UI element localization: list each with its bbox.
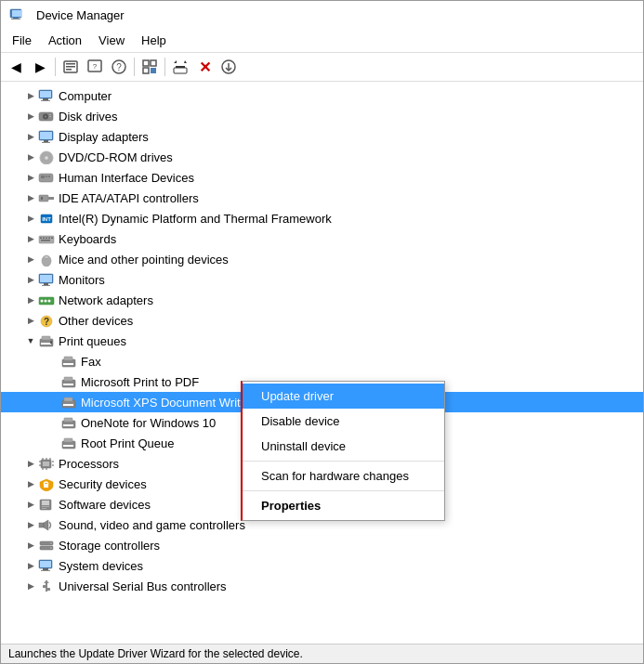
tree-item-other[interactable]: ▶ ? Other devices <box>1 310 643 331</box>
tree-item-disk[interactable]: ▶ Disk drives <box>1 106 643 126</box>
label-hid: Human Interface Devices <box>59 171 194 185</box>
icon-storage <box>38 537 55 553</box>
expand-ide[interactable]: ▶ <box>23 190 38 205</box>
svg-rect-70 <box>63 363 73 365</box>
menu-help[interactable]: Help <box>134 31 174 50</box>
tree-item-display[interactable]: ▶ Display adapters <box>1 126 643 147</box>
properties-button[interactable] <box>59 56 82 78</box>
back-button[interactable]: ◀ <box>5 56 27 78</box>
svg-rect-38 <box>48 176 50 177</box>
svg-point-105 <box>50 547 52 549</box>
tree-item-storage[interactable]: ▶ Storage controllers <box>1 535 643 555</box>
expand-hid[interactable]: ▶ <box>23 170 38 185</box>
svg-rect-49 <box>51 237 53 239</box>
help-button[interactable]: ? <box>108 56 130 78</box>
label-onenote: OneNote for Windows 10 <box>81 416 216 430</box>
expand-software[interactable]: ▶ <box>23 497 38 512</box>
expand-keyboards[interactable]: ▶ <box>23 231 38 246</box>
title-bar-icon <box>8 7 25 23</box>
expand-intel[interactable]: ▶ <box>23 211 38 226</box>
status-bar: Launches the Update Driver Wizard for th… <box>1 644 643 663</box>
svg-rect-36 <box>41 176 45 178</box>
tree-item-mice[interactable]: ▶ Mice and other pointing devices <box>1 249 643 269</box>
expand-network[interactable]: ▶ <box>23 293 38 307</box>
expand-monitors[interactable]: ▶ <box>23 272 38 287</box>
tree-container[interactable]: ▶ Computer ▶ Disk drives ▶ Display adapt… <box>1 82 643 644</box>
context-menu-properties[interactable]: Properties <box>243 493 444 518</box>
tree-item-keyboards[interactable]: ▶ Keyboards <box>1 228 643 249</box>
separator2 <box>134 58 135 76</box>
expand-sound[interactable]: ▶ <box>23 517 38 532</box>
svg-rect-31 <box>42 142 50 143</box>
label-ide: IDE ATA/ATAPI controllers <box>59 191 199 205</box>
context-menu-update-driver[interactable]: Update driver <box>243 384 444 409</box>
forward-button[interactable]: ▶ <box>29 56 51 78</box>
context-separator-2 <box>243 490 444 491</box>
update-driver-toolbar[interactable]: ? <box>84 56 106 78</box>
menu-view[interactable]: View <box>91 31 132 50</box>
tree-item-intel[interactable]: ▶ INT Intel(R) Dynamic Platform and Ther… <box>1 208 643 228</box>
tree-item-printqueues[interactable]: ▼ Print queues <box>1 331 643 351</box>
label-system: System devices <box>59 559 143 573</box>
expand-processors[interactable]: ▶ <box>23 456 38 471</box>
show-button[interactable] <box>138 56 161 78</box>
svg-rect-100 <box>39 523 44 527</box>
tree-item-monitors[interactable]: ▶ Monitors <box>1 269 643 290</box>
tree-item-system[interactable]: ▶ System devices <box>1 555 643 576</box>
expand-system[interactable]: ▶ <box>23 558 38 573</box>
svg-rect-55 <box>40 275 52 282</box>
expand-other[interactable]: ▶ <box>23 313 38 328</box>
icon-dvd <box>38 149 55 165</box>
svg-rect-13 <box>151 60 156 66</box>
scan-button[interactable] <box>169 56 191 78</box>
svg-rect-73 <box>63 384 73 385</box>
icon-software <box>38 496 55 513</box>
tree-item-network[interactable]: ▶ Network adapters <box>1 290 643 310</box>
expand-mice[interactable]: ▶ <box>23 252 38 267</box>
tree-item-hid[interactable]: ▶ Human Interface Devices <box>1 167 643 188</box>
tree-item-computer[interactable]: ▶ Computer <box>1 85 643 106</box>
tree-item-fax[interactable]: ▶ Fax <box>1 351 643 371</box>
svg-marker-101 <box>44 520 48 530</box>
svg-rect-76 <box>63 404 73 406</box>
label-keyboards: Keyboards <box>59 232 116 246</box>
context-menu-uninstall-device[interactable]: Uninstall device <box>243 434 444 459</box>
context-separator-1 <box>243 461 444 462</box>
icon-hid <box>38 169 55 186</box>
svg-rect-37 <box>46 176 47 177</box>
label-network: Network adapters <box>59 293 153 307</box>
download-button[interactable] <box>217 56 240 78</box>
svg-rect-6 <box>66 66 75 68</box>
menu-action[interactable]: Action <box>41 31 89 50</box>
svg-rect-56 <box>44 283 48 285</box>
tree-item-dvd[interactable]: ▶ DVD/CD-ROM drives <box>1 147 643 167</box>
menu-file[interactable]: File <box>5 31 39 50</box>
expand-dvd[interactable]: ▶ <box>23 150 38 164</box>
svg-rect-29 <box>40 132 52 139</box>
separator3 <box>164 58 165 76</box>
icon-printqueues <box>38 332 55 349</box>
svg-rect-82 <box>63 445 73 447</box>
expand-printqueues[interactable]: ▼ <box>23 333 38 348</box>
svg-rect-66 <box>41 343 51 345</box>
context-menu-disable-device[interactable]: Disable device <box>243 409 444 434</box>
expand-storage[interactable]: ▶ <box>23 538 38 553</box>
expand-usb[interactable]: ▶ <box>23 579 38 593</box>
svg-rect-41 <box>41 197 43 200</box>
svg-rect-107 <box>40 561 51 567</box>
svg-rect-67 <box>50 341 52 344</box>
expand-display[interactable]: ▶ <box>23 129 38 144</box>
expand-security[interactable]: ▶ <box>23 476 38 491</box>
expand-computer[interactable]: ▶ <box>23 88 38 103</box>
expand-disk[interactable]: ▶ <box>23 109 38 124</box>
svg-rect-47 <box>46 237 47 239</box>
svg-rect-65 <box>42 336 50 340</box>
status-text: Launches the Update Driver Wizard for th… <box>8 647 303 660</box>
tree-item-usb[interactable]: ▶ Universal Serial Bus controllers <box>1 576 643 596</box>
context-menu-scan-changes[interactable]: Scan for hardware changes <box>243 463 444 488</box>
remove-button[interactable]: ✕ <box>193 56 216 78</box>
svg-rect-111 <box>43 585 46 588</box>
svg-rect-2 <box>11 19 20 20</box>
svg-rect-112 <box>46 588 50 591</box>
tree-item-ide[interactable]: ▶ IDE ATA/ATAPI controllers <box>1 188 643 208</box>
